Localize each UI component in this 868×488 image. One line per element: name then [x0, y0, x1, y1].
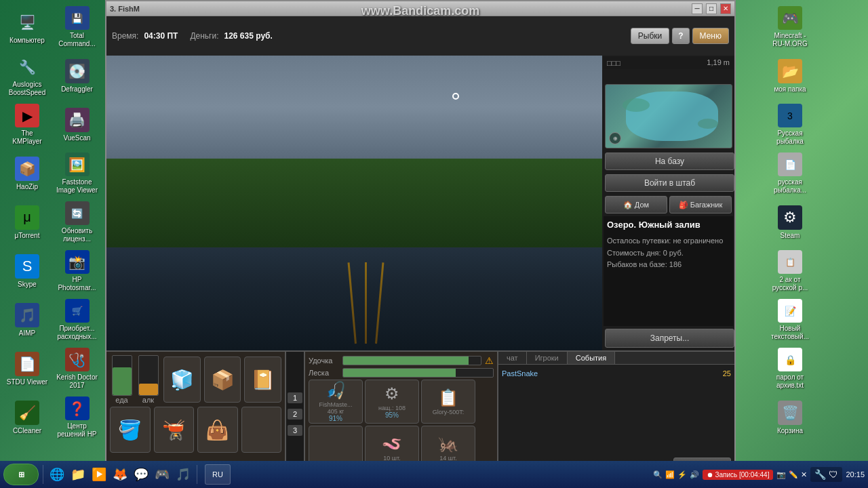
restrictions-button[interactable]: Запреты...: [605, 329, 734, 348]
desktop-icon-faststone[interactable]: 🖼️ Faststone Image Viewer: [54, 150, 101, 197]
game-titlebar: 3. FishM ─ □ ✕: [106, 1, 734, 16]
desktop-icon-skype[interactable]: S Skype: [3, 247, 51, 295]
taskbar-network-icon: 🔍: [653, 470, 663, 479]
taskbar-indicators: 🔍 📶 ⚡ 🔊: [653, 470, 699, 479]
mini-map[interactable]: ⊕: [605, 84, 732, 148]
inventory-slot-cooler[interactable]: 🧊: [163, 357, 201, 403]
taskbar-icon-qip[interactable]: 💬: [132, 465, 151, 484]
chat-player-value: 25: [723, 369, 731, 378]
desktop-icon-ccleaner[interactable]: 🧹 CCleaner: [3, 394, 51, 441]
taskbar-right: 🔍 📶 ⚡ 🔊 ⏺ Запись [00:04:44] 📷 ✏️ ✕ 🔧 🛡 2…: [653, 467, 865, 482]
headquarters-button[interactable]: Войти в штаб: [605, 174, 734, 192]
inventory-slot-notebook[interactable]: 📔: [244, 357, 281, 403]
trunk-button[interactable]: 🎒 Багажник: [669, 196, 732, 214]
depth-row: □□□ 1,19 m: [604, 57, 733, 69]
line-icon: 📋: [438, 388, 458, 407]
inventory-slot-box[interactable]: 📦: [204, 357, 241, 403]
line-bar-row: Леска: [309, 368, 494, 378]
fishing-rod-2: [365, 262, 367, 344]
inventory-slot-bucket[interactable]: 🪣: [110, 407, 151, 453]
taskbar-icon-games[interactable]: 🎮: [153, 465, 172, 484]
desktop-icon-password[interactable]: 🔒 парол от архив.txt: [766, 345, 814, 392]
desktop-icon-minecraft[interactable]: 🎮 Minecraft - RU-M.ORG: [766, 3, 814, 51]
desktop-icon-russianfishing3[interactable]: 3 Русская рыбалка: [766, 101, 814, 148]
taskbar: ⊞ 🌐 📁 ▶️ 🦊 💬 🎮 🎵 RU 🔍 📶 ⚡ 🔊 ⏺ Запись [00…: [0, 461, 868, 488]
time-label: Время:: [112, 31, 138, 41]
gear-grid: 🎣 FishMaste... 405 кг 91% ⚙ нащ.: 108 95…: [309, 380, 494, 470]
gear-slot-rod[interactable]: 🎣 FishMaste... 405 кг 91%: [309, 380, 363, 424]
minimap-container[interactable]: ⊕: [604, 70, 733, 150]
inventory-slot-empty[interactable]: [241, 407, 282, 453]
desktop-icon-hpbuy[interactable]: 🛒 Приобрет... расходных...: [54, 296, 101, 344]
bait2-icon: 🦗: [438, 434, 458, 453]
tab-players[interactable]: Игроки: [527, 352, 568, 364]
inventory-slot-sack[interactable]: 👜: [197, 407, 238, 453]
desktop-icon-update[interactable]: 🔄 Обновить лиценз...: [54, 199, 101, 246]
desktop-icon-vuescan[interactable]: 🖨️ VueScan: [54, 101, 101, 148]
desktop-icon-trash[interactable]: 🗑️ Корзина: [766, 394, 814, 441]
desktop-icon-hpcenter[interactable]: ❓ Центр решений HP: [54, 394, 101, 441]
desktop-icon-totalcommand[interactable]: 💾 Total Command...: [54, 3, 101, 51]
system-tray[interactable]: 🔧 🛡: [810, 467, 842, 482]
help-button[interactable]: ?: [672, 28, 689, 44]
mouse-cursor: [452, 93, 459, 100]
desktop-icon-fishing-account[interactable]: 📋 2 ак от русской р...: [766, 247, 814, 295]
game-title: 3. FishM: [110, 5, 688, 13]
chat-content: PastSnake 25: [498, 365, 734, 454]
taskbar-separator-1: [43, 465, 43, 484]
slot-number-3: 3: [288, 425, 302, 436]
fish-list-button[interactable]: Рыбки: [631, 28, 669, 44]
alc-label: алк: [136, 396, 160, 404]
inventory-slot-pot[interactable]: 🫕: [154, 407, 195, 453]
desktop-icon-utorrent[interactable]: μ μTorrent: [3, 199, 51, 246]
desktop-icon-myfolder[interactable]: 📂 моя папка: [766, 52, 814, 100]
desktop-icon-newtext[interactable]: 📝 Новый текстовый...: [766, 296, 814, 344]
tab-chat[interactable]: чат: [498, 352, 527, 364]
line-bar-fill: [343, 369, 456, 377]
desktop-icon-haozip[interactable]: 📦 HaoZip: [3, 150, 51, 197]
game-scene[interactable]: [106, 56, 602, 350]
slot-number-2: 2: [288, 409, 302, 420]
desktop-icon-defraggler[interactable]: 💽 Defraggler: [54, 52, 101, 100]
minimize-button[interactable]: ─: [692, 3, 703, 14]
desktop-icon-hpphoto[interactable]: 📸 HP Photosmar...: [54, 247, 101, 295]
taskbar-separator-2: [197, 465, 197, 484]
sky-background: [106, 56, 602, 159]
start-button[interactable]: ⊞: [3, 464, 39, 485]
menu-button[interactable]: Меню: [692, 28, 729, 44]
taskbar-icon-media[interactable]: ▶️: [90, 465, 108, 484]
food-bar: [112, 355, 132, 396]
desktop-icon-kerish[interactable]: 🩺 Kerish Doctor 2017: [54, 345, 101, 392]
rod-icon: 🎣: [326, 381, 346, 400]
desktop-icon-computer[interactable]: 🖥️ Компьютер: [3, 3, 51, 51]
screenshot-icon: 📷: [776, 470, 786, 479]
desktop-icon-steam[interactable]: ⚙ Steam: [766, 199, 814, 246]
game-main: □□□ 1,19 m ⊕ На базу Войти в штаб: [106, 56, 734, 350]
money-value: 126 635 руб.: [224, 31, 273, 41]
desktop-icon-aimp[interactable]: 🎵 AIMP: [3, 296, 51, 344]
maximize-button[interactable]: □: [706, 3, 717, 14]
taskbar-icon-winamp[interactable]: 🎵: [174, 465, 193, 484]
gear-slot-line[interactable]: 📋 Glory-500T:: [421, 380, 475, 424]
taskbar-icon-folder[interactable]: 📁: [68, 465, 87, 484]
slot-number-1: 1: [288, 392, 302, 403]
desktop-icons-right: 🎮 Minecraft - RU-M.ORG 📂 моя папка 3 Рус…: [763, 0, 868, 471]
desktop-icon-stdu[interactable]: 📄 STDU Viewer: [3, 345, 51, 392]
taskbar-icon-firefox[interactable]: 🦊: [111, 465, 130, 484]
taskbar-program-ru[interactable]: RU: [205, 464, 231, 485]
home-button[interactable]: 🏠 Дом: [605, 196, 667, 214]
resource-bars: еда алк: [110, 355, 160, 404]
desktop-icon-russianfishing-doc[interactable]: 📄 русская рыбалка...: [766, 150, 814, 197]
tab-events[interactable]: События: [568, 352, 615, 364]
gear-slot-reel[interactable]: ⚙ нащ.: 108 95%: [365, 380, 419, 424]
taskbar-icon-ie[interactable]: 🌐: [47, 465, 66, 484]
desktop-icon-auslogics[interactable]: 🔧 Auslogics BoostSpeed: [3, 52, 51, 100]
taskbar-wifi-icon: 📶: [665, 470, 675, 479]
food-bar-fill: [113, 367, 132, 395]
desktop-icon-kmplayer[interactable]: ▶ The KMPlayer: [3, 101, 51, 148]
depth-dots: □□□: [607, 59, 620, 67]
base-button[interactable]: На базу: [605, 152, 734, 170]
close-button[interactable]: ✕: [720, 3, 731, 14]
food-label: еда: [110, 396, 134, 404]
clock: 20:15: [846, 470, 865, 479]
